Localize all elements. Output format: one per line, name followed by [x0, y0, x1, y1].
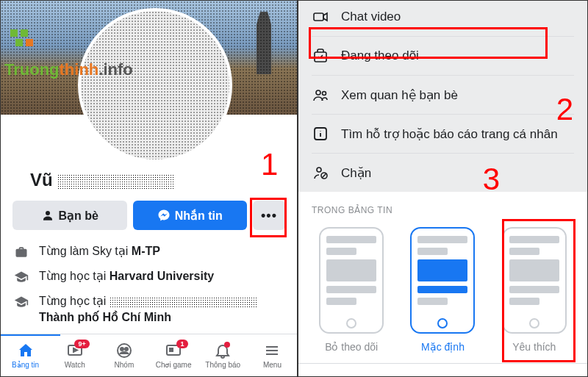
friends-button[interactable]: Bạn bè	[12, 201, 127, 230]
svg-rect-0	[10, 29, 18, 37]
svg-point-21	[317, 168, 321, 172]
tv-icon: 9+	[66, 342, 84, 359]
friends-button-label: Bạn bè	[59, 209, 98, 223]
nav-label: Bảng tin	[12, 361, 39, 369]
menu-report[interactable]: Tìm hỗ trợ hoặc báo cáo trang cá nhân	[312, 114, 574, 153]
svg-point-8	[125, 348, 128, 351]
feed-option-label: Mặc định	[421, 341, 465, 353]
briefcase-icon	[14, 245, 30, 259]
nav-notifications[interactable]: Thông báo	[198, 342, 248, 369]
annotation-box-3	[502, 219, 576, 362]
about-edu-row[interactable]: Từng học tại Harvard University	[14, 268, 284, 284]
feed-option-unfollow[interactable]: Bỏ theo dõi	[319, 227, 384, 353]
svg-point-4	[46, 211, 50, 215]
about-edu2-row[interactable]: Từng học tại Thành phố Hồ Chí Minh	[14, 293, 284, 325]
svg-rect-12	[266, 350, 278, 351]
message-button-label: Nhắn tin	[175, 209, 223, 223]
bottom-nav: Bảng tin 9+ Watch Nhóm 1 Chơi game Thông…	[1, 334, 297, 376]
svg-point-6	[118, 344, 131, 357]
feed-option-default[interactable]: Mặc định	[410, 227, 475, 353]
profile-name: Vũ	[1, 170, 297, 190]
about-work-text: Từng làm Sky tại M-TP	[39, 243, 160, 259]
menu-friendship[interactable]: Xem quan hệ bạn bè	[312, 75, 574, 114]
menu-block[interactable]: Chặn	[312, 153, 574, 192]
annotation-box-1	[250, 198, 287, 237]
people-icon	[312, 86, 331, 104]
nav-label: Nhóm	[115, 361, 135, 369]
redacted-school	[110, 297, 257, 307]
game-icon: 1	[165, 342, 182, 359]
nav-indicator	[1, 334, 60, 336]
svg-line-23	[322, 173, 326, 177]
feed-section-title: TRONG BẢNG TIN	[312, 205, 577, 215]
profile-screen: Truongthinh.info Vũ Bạn bè Nhắn tin •••	[1, 1, 298, 376]
nav-label: Thông báo	[205, 361, 240, 369]
block-icon	[312, 164, 331, 182]
watermark-text-b: thinh	[60, 60, 99, 79]
about-edu-text: Từng học tại Harvard University	[39, 268, 214, 284]
svg-rect-13	[266, 353, 278, 355]
about-work-row[interactable]: Từng làm Sky tại M-TP	[14, 243, 284, 259]
feed-option-label: Bỏ theo dõi	[325, 341, 378, 353]
nav-label: Watch	[65, 361, 85, 369]
nav-watch[interactable]: 9+ Watch	[50, 342, 99, 369]
step-number-1: 1	[261, 147, 278, 182]
messenger-icon	[157, 209, 171, 222]
grad-cap-icon	[14, 270, 30, 284]
watermark-logo	[4, 26, 41, 56]
svg-rect-3	[26, 39, 33, 46]
profile-name-text: Vũ	[30, 170, 53, 190]
menu-label: Tìm hỗ trợ hoặc báo cáo trang cá nhân	[341, 126, 558, 142]
nav-gaming[interactable]: 1 Chơi game	[149, 342, 198, 369]
svg-point-7	[121, 348, 123, 351]
nav-groups[interactable]: Nhóm	[99, 342, 148, 369]
watermark-text-a: Truong	[4, 60, 60, 79]
nav-label: Menu	[263, 361, 282, 369]
about-edu2-text: Từng học tại Thành phố Hồ Chí Minh	[39, 293, 257, 325]
menu-label: Chat video	[341, 10, 401, 24]
about-section: Từng làm Sky tại M-TP Từng học tại Harva…	[1, 240, 297, 335]
annotation-box-2	[309, 27, 548, 59]
camera-icon	[312, 8, 331, 26]
svg-rect-14	[314, 13, 323, 21]
watermark: Truongthinh.info	[4, 26, 133, 79]
home-icon	[17, 342, 35, 359]
watermark-text-c: .info	[98, 60, 132, 79]
phone-icon	[319, 227, 384, 334]
svg-rect-2	[15, 39, 23, 46]
info-icon	[312, 125, 331, 143]
divider	[298, 363, 587, 364]
redacted-name	[57, 174, 175, 189]
svg-point-16	[316, 90, 320, 95]
message-button[interactable]: Nhắn tin	[133, 201, 248, 230]
menu-icon	[263, 342, 281, 359]
nav-badge: 9+	[74, 340, 89, 348]
phone-icon	[410, 227, 475, 334]
nav-badge: 1	[176, 340, 188, 348]
group-icon	[115, 342, 133, 359]
svg-rect-10	[170, 348, 173, 351]
menu-label: Xem quan hệ bạn bè	[341, 87, 458, 103]
step-number-3: 3	[483, 162, 500, 197]
bell-icon	[214, 342, 232, 359]
svg-rect-11	[266, 346, 278, 348]
step-number-2: 2	[556, 92, 573, 127]
nav-newsfeed[interactable]: Bảng tin	[1, 342, 50, 369]
svg-point-17	[323, 92, 326, 96]
svg-rect-1	[21, 29, 28, 37]
person-icon	[41, 209, 54, 222]
nav-menu[interactable]: Menu	[248, 342, 297, 369]
menu-label: Chặn	[341, 165, 371, 181]
grad-cap-icon	[14, 295, 30, 309]
nav-label: Chơi game	[156, 361, 192, 369]
